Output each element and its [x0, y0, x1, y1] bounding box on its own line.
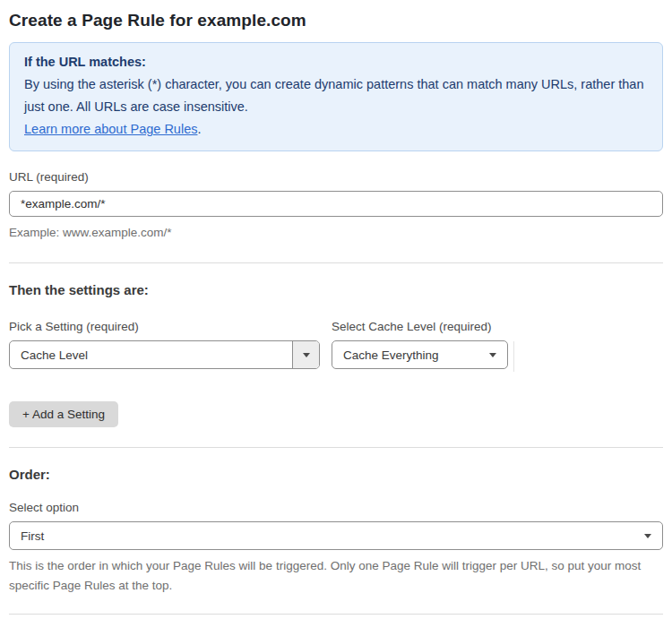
settings-heading: Then the settings are:	[9, 282, 663, 297]
section-divider	[9, 262, 663, 263]
dropdown-arrow-icon	[489, 353, 496, 357]
setting-select[interactable]: Cache Level	[9, 340, 320, 369]
learn-more-link[interactable]: Learn more about Page Rules	[24, 122, 197, 136]
info-box-heading: If the URL matches:	[24, 51, 648, 73]
dropdown-arrow-icon	[303, 353, 310, 357]
setting-picker-label: Pick a Setting (required)	[9, 320, 320, 333]
cache-level-select[interactable]: Cache Everything	[332, 340, 508, 369]
order-helper-text: This is the order in which your Page Rul…	[9, 556, 663, 596]
url-match-info-box: If the URL matches: By using the asteris…	[9, 42, 663, 151]
order-select-label: Select option	[9, 501, 663, 514]
add-setting-button[interactable]: + Add a Setting	[9, 401, 118, 427]
info-box-body: By using the asterisk (*) character, you…	[24, 77, 644, 114]
order-select[interactable]: First	[9, 521, 663, 550]
page-rule-form: Create a Page Rule for example.com If th…	[0, 0, 672, 619]
setting-select-value: Cache Level	[10, 348, 292, 362]
order-heading: Order:	[9, 467, 663, 482]
cache-level-select-value: Cache Everything	[332, 348, 489, 362]
page-title: Create a Page Rule for example.com	[9, 11, 663, 30]
settings-vertical-divider	[513, 341, 514, 372]
url-label: URL (required)	[9, 170, 663, 184]
setting-picker-column: Pick a Setting (required) Cache Level	[9, 320, 320, 369]
setting-select-arrow-section	[292, 341, 319, 368]
cache-level-column: Select Cache Level (required) Cache Ever…	[332, 320, 508, 369]
section-divider	[9, 614, 663, 615]
url-input[interactable]	[9, 191, 663, 217]
link-suffix: .	[197, 122, 201, 136]
url-helper-text: Example: www.example.com/*	[9, 223, 663, 243]
dropdown-arrow-icon	[644, 534, 651, 538]
section-divider	[9, 447, 663, 448]
cache-level-label: Select Cache Level (required)	[332, 320, 508, 333]
settings-row: Pick a Setting (required) Cache Level Se…	[9, 320, 663, 372]
order-select-value: First	[10, 529, 644, 543]
